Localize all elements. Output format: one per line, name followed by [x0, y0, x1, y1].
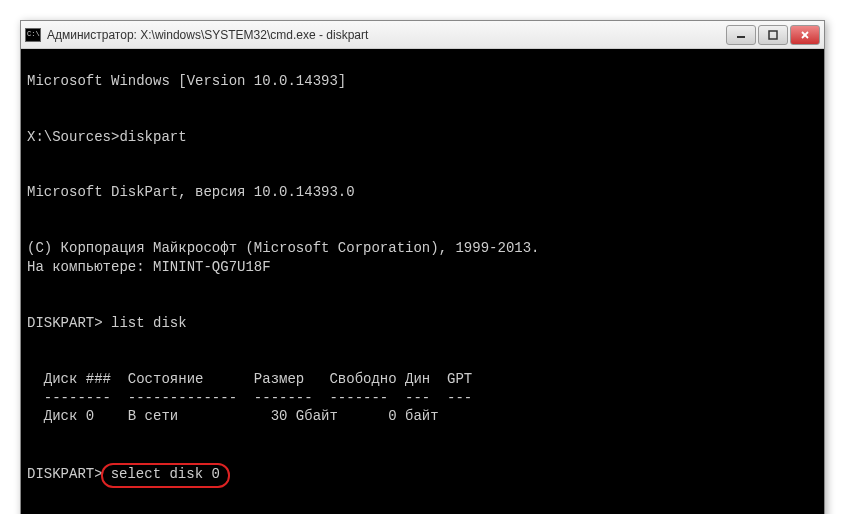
table-divider: -------- ------------- ------- ------- -… [27, 390, 472, 406]
output-line: На компьютере: MININT-QG7U18F [27, 259, 271, 275]
table-row: Диск 0 В сети 30 Gбайт 0 байт [27, 408, 439, 424]
output-line: Microsoft DiskPart, версия 10.0.14393.0 [27, 184, 355, 200]
command-text: list disk [111, 315, 187, 331]
maximize-button[interactable] [758, 25, 788, 45]
output-line: Microsoft Windows [Version 10.0.14393] [27, 73, 346, 89]
cmd-icon [25, 28, 41, 42]
terminal-area[interactable]: Microsoft Windows [Version 10.0.14393] X… [21, 49, 824, 514]
prompt: DISKPART> [27, 315, 111, 331]
cmd-window: Администратор: X:\windows\SYSTEM32\cmd.e… [20, 20, 825, 514]
output-line: X:\Sources>diskpart [27, 129, 187, 145]
svg-rect-1 [769, 31, 777, 39]
minimize-button[interactable] [726, 25, 756, 45]
prompt: DISKPART> [27, 466, 103, 482]
command-text: select disk 0 [111, 466, 220, 482]
close-button[interactable] [790, 25, 820, 45]
output-line: (C) Корпорация Майкрософт (Microsoft Cor… [27, 240, 539, 256]
titlebar[interactable]: Администратор: X:\windows\SYSTEM32\cmd.e… [21, 21, 824, 49]
window-title: Администратор: X:\windows\SYSTEM32\cmd.e… [47, 28, 726, 42]
table-header: Диск ### Состояние Размер Свободно Дин G… [27, 371, 472, 387]
window-controls [726, 25, 820, 45]
highlighted-command: select disk 0 [101, 463, 230, 488]
